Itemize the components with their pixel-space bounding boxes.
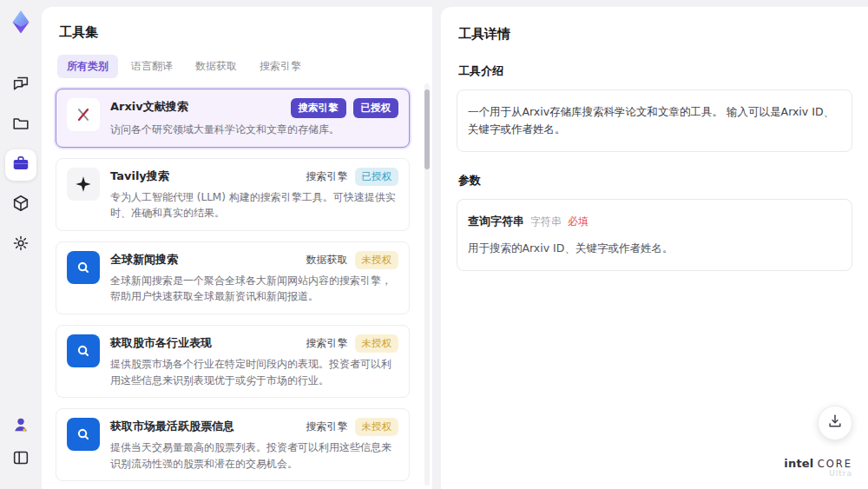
tool-name: 获取股市各行业表现 (110, 334, 212, 351)
category-tabs: 所有类别语言翻译数据获取搜索引擎 (57, 55, 420, 78)
core-brand-text: core (818, 458, 852, 470)
sidebar-item-gear[interactable] (5, 229, 36, 261)
cube-icon (11, 194, 30, 216)
category-badge: 搜索引擎 (306, 336, 348, 351)
param-description: 用于搜索的Arxiv ID、关键字或作者姓名。 (468, 240, 841, 257)
scrollbar-thumb[interactable] (424, 89, 430, 169)
search-blue-icon (67, 334, 100, 367)
briefcase-icon (11, 154, 30, 176)
params-heading: 参数 (458, 173, 852, 188)
sidebar-item-cube[interactable] (5, 189, 36, 221)
intel-brand-text: intel (784, 457, 813, 470)
tool-card[interactable]: Tavily搜索搜索引擎已授权专为人工智能代理 (LLM) 构建的搜索引擎工具。… (56, 158, 410, 231)
chat-icon (11, 74, 30, 96)
category-badge: 数据获取 (306, 253, 348, 268)
tool-card[interactable]: 获取市场最活跃股票信息搜索引擎未授权提供当天交易量最高的股票列表。投资者可以利用… (56, 408, 410, 481)
folder-icon (11, 114, 30, 136)
status-badge: 已授权 (355, 168, 399, 186)
sidebar-item-briefcase[interactable] (5, 149, 36, 181)
tool-name: Tavily搜索 (110, 168, 169, 184)
download-icon (826, 413, 844, 433)
param-box: 查询字符串 字符串 必填 用于搜索的Arxiv ID、关键字或作者姓名。 (457, 199, 852, 271)
user-icon (11, 415, 30, 438)
arxiv-icon (67, 98, 100, 131)
param-type: 字符串 (530, 214, 562, 230)
app-sidebar (0, 0, 42, 489)
tool-name: 获取市场最活跃股票信息 (110, 418, 234, 434)
list-scrollbar[interactable] (424, 83, 430, 486)
status-badge: 未授权 (355, 251, 399, 269)
search-blue-icon (67, 251, 100, 284)
app-logo (8, 9, 34, 35)
detail-title: 工具详情 (458, 26, 852, 43)
tool-description: 提供股票市场各个行业在特定时间段内的表现。投资者可以利用这些信息来识别表现优于或… (110, 356, 398, 388)
gear-icon (11, 234, 30, 256)
intro-box: 一个用于从Arxiv存储库搜索科学论文和文章的工具。 输入可以是Arxiv ID… (457, 89, 852, 152)
status-badge: 未授权 (355, 334, 399, 353)
page-title: 工具集 (59, 24, 420, 41)
tool-list: Arxiv文献搜索搜索引擎已授权访问各个研究领域大量科学论文和文章的存储库。Ta… (56, 89, 420, 489)
intro-heading: 工具介绍 (458, 63, 852, 79)
tool-detail-panel: 工具详情 工具介绍 一个用于从Arxiv存储库搜索科学论文和文章的工具。 输入可… (441, 7, 868, 489)
tool-card[interactable]: 全球新闻搜索数据获取未授权全球新闻搜索是一个聚合全球各大新闻网站内容的搜索引擎，… (56, 241, 410, 314)
param-required-badge: 必填 (568, 214, 589, 230)
sidebar-item-folder[interactable] (5, 109, 36, 141)
sidebar-item-chat[interactable] (5, 69, 36, 101)
tool-description: 专为人工智能代理 (LLM) 构建的搜索引擎工具。可快速提供实时、准确和真实的结… (110, 189, 398, 221)
tab-category-1[interactable]: 语言翻译 (122, 55, 182, 78)
category-badge: 搜索引擎 (306, 420, 348, 434)
tab-category-2[interactable]: 数据获取 (186, 55, 247, 78)
tool-card[interactable]: Arxiv文献搜索搜索引擎已授权访问各个研究领域大量科学论文和文章的存储库。 (56, 89, 410, 148)
search-blue-icon (67, 418, 100, 451)
sidebar-item-panel-toggle[interactable] (5, 444, 36, 475)
tab-category-3[interactable]: 搜索引擎 (250, 55, 311, 78)
chip-series-text: Ultra (784, 470, 852, 479)
category-badge: 搜索引擎 (291, 98, 346, 118)
intel-core-logo: intel core Ultra (784, 458, 852, 479)
tool-name: Arxiv文献搜索 (110, 98, 188, 115)
tab-category-0[interactable]: 所有类别 (57, 55, 118, 78)
status-badge: 未授权 (355, 418, 399, 436)
tool-card[interactable]: 获取股市各行业表现搜索引擎未授权提供股票市场各个行业在特定时间段内的表现。投资者… (56, 325, 410, 398)
category-badge: 搜索引擎 (306, 169, 348, 184)
tool-description: 全球新闻搜索是一个聚合全球各大新闻网站内容的搜索引擎，帮助用户快速获取全球最新资… (110, 273, 398, 305)
tool-description: 提供当天交易量最高的股票列表。投资者可以利用这些信息来识别流动性强的股票和潜在的… (110, 439, 398, 472)
sidebar-item-user[interactable] (5, 411, 36, 442)
star-icon (67, 168, 100, 201)
download-button[interactable] (818, 406, 852, 440)
intro-text: 一个用于从Arxiv存储库搜索科学论文和文章的工具。 输入可以是Arxiv ID… (468, 105, 834, 135)
app-window: 工具集 所有类别语言翻译数据获取搜索引擎 Arxiv文献搜索搜索引擎已授权访问各… (0, 0, 868, 489)
main-content: 工具集 所有类别语言翻译数据获取搜索引擎 Arxiv文献搜索搜索引擎已授权访问各… (42, 0, 868, 489)
tool-list-panel: 工具集 所有类别语言翻译数据获取搜索引擎 Arxiv文献搜索搜索引擎已授权访问各… (42, 7, 432, 489)
param-name: 查询字符串 (468, 213, 524, 231)
tool-name: 全球新闻搜索 (110, 251, 178, 268)
status-badge: 已授权 (353, 98, 399, 118)
panel-toggle-icon (11, 448, 30, 471)
tool-description: 访问各个研究领域大量科学论文和文章的存储库。 (110, 122, 398, 138)
